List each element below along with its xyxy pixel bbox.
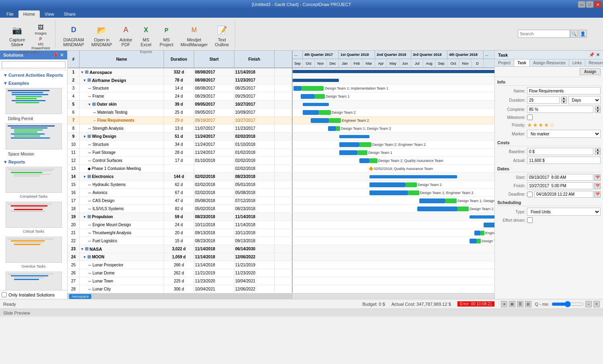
thumbnail-overdue[interactable]	[6, 237, 62, 263]
baseline-up[interactable]: ▲	[595, 148, 601, 151]
only-installed-checkbox[interactable]	[2, 292, 7, 297]
examples-title[interactable]: ▼ Examples	[2, 80, 66, 86]
view-btn-3[interactable]: ☰	[517, 301, 523, 307]
table-row[interactable]: 15 ↔Hydraulic Systems 62 d 02/02/2018 05…	[68, 181, 494, 189]
thumbnail-critical[interactable]	[6, 202, 62, 228]
text-outline-button[interactable]: 📝 TextOutline	[212, 22, 232, 49]
diagram-button[interactable]: D DIAGRAMMINDMAP	[60, 22, 87, 49]
close-button[interactable]: ✕	[594, 1, 601, 8]
current-activities-title[interactable]: ▼ Current Activities Reports	[2, 72, 66, 78]
maximize-button[interactable]: □	[586, 1, 593, 8]
table-row[interactable]: 27 ↔Lunar Town 225 d 11/23/2020 10/04/20…	[68, 277, 494, 285]
expand-icon[interactable]: ▼	[80, 70, 84, 74]
task-panel-pin-button[interactable]: 📌	[589, 52, 595, 57]
table-row[interactable]: 28 ↔Lunar City 306 d 10/04/2021 12/06/20…	[68, 285, 494, 293]
finish-calendar-btn[interactable]: 📅	[594, 183, 601, 189]
horizontal-scrollbar[interactable]: Aerospace	[68, 293, 494, 299]
table-row[interactable]: 16 ↔Avionics 67 d 02/02/2018 05/08/2018 …	[68, 189, 494, 197]
actual-input[interactable]	[527, 157, 601, 164]
thumbnail-inprogress[interactable]	[6, 272, 62, 290]
complete-down[interactable]: ▼	[595, 109, 601, 113]
table-row[interactable]: 18 ↔ILS/VLS Systems 82 d 05/02/2018 08/2…	[68, 205, 494, 213]
account-button[interactable]: 👤	[579, 30, 587, 38]
table-row[interactable]: 9 ▼ ⊞ Wing Design 51 d 11/24/2017 02/02/…	[68, 133, 494, 141]
complete-up[interactable]: ▲	[595, 106, 601, 109]
finish-date-input[interactable]	[527, 182, 593, 189]
expand-icon[interactable]: ▼	[83, 255, 86, 259]
deadline-date-input[interactable]	[534, 191, 593, 198]
tab-view[interactable]: View	[40, 10, 59, 18]
tab-assign-resources[interactable]: Assign Resources	[530, 59, 569, 66]
minimize-button[interactable]: —	[578, 1, 585, 8]
table-row[interactable]: 7 ↔Flow Requirements 29 d 09/19/2017 10/…	[68, 117, 494, 125]
table-row[interactable]: 10 ↔Structure 34 d 11/24/2017 01/10/2018…	[68, 141, 494, 149]
deadline-checkbox[interactable]	[527, 192, 533, 197]
table-row[interactable]: 2 ▼ ⊞ Airframe Design 78 d 08/08/2017 11…	[68, 76, 494, 84]
table-row[interactable]: 22 ↔Fuel Logistics 15 d 08/23/2018 09/13…	[68, 237, 494, 245]
adobe-pdf-button[interactable]: A AdobePDF	[117, 22, 135, 49]
milestone-checkbox[interactable]	[527, 115, 533, 120]
thumbnail-space-mission[interactable]	[6, 123, 62, 149]
ribbon-search-input[interactable]	[518, 30, 570, 38]
sidebar-pin-button[interactable]: 📌	[52, 52, 58, 58]
view-btn-4[interactable]: ⊟	[525, 301, 531, 307]
table-row[interactable]: 24 ▼ ⊞ MOON 1,059 d 11/14/2018 12/06/202…	[68, 253, 494, 261]
mindmanager-button[interactable]: M MindjetMindManager	[178, 22, 210, 49]
sidebar-item-drilling[interactable]: Drilling Permit	[2, 116, 66, 122]
table-row[interactable]: 17 ↔CAS Design 47 d 05/08/2018 07/12/201…	[68, 197, 494, 205]
tab-file[interactable]: File	[2, 10, 18, 18]
table-row[interactable]: 11 ↔Fuel Storage 28 d 11/24/2017 01/02/2…	[68, 149, 494, 157]
sidebar-item-space-mission[interactable]: Space Mission	[2, 151, 66, 157]
table-row[interactable]: 26 ↔Lunar Dome 262 d 11/21/2019 11/23/20…	[68, 269, 494, 277]
expand-icon[interactable]: ▼	[83, 215, 86, 219]
zoom-in-btn[interactable]: +	[593, 301, 600, 307]
table-row[interactable]: 1 ▼ ⊞ Aerospace 332 d 08/08/2017 11/14/2…	[68, 68, 494, 76]
tab-links[interactable]: Links	[569, 59, 585, 66]
sidebar-close-button[interactable]: ✕	[60, 52, 64, 58]
effort-checkbox[interactable]	[527, 217, 533, 223]
sidebar-search-input[interactable]	[2, 61, 66, 68]
tab-task[interactable]: Task	[514, 59, 530, 66]
name-input[interactable]	[527, 87, 601, 94]
view-btn-2[interactable]: ⊞	[509, 301, 515, 307]
type-dropdown[interactable]: Fixed Units Fixed Duration Fixed Work	[527, 208, 601, 216]
tab-home[interactable]: Home	[18, 10, 40, 18]
images-button[interactable]: 🖼 Images	[29, 23, 52, 35]
assign-button[interactable]: Assign	[580, 68, 601, 75]
duration-up[interactable]: ▲	[561, 96, 567, 100]
tab-share[interactable]: Share	[59, 10, 80, 18]
complete-input[interactable]	[527, 106, 593, 113]
start-date-input[interactable]	[527, 174, 593, 181]
ms-excel-button[interactable]: X MSExcel	[137, 22, 155, 49]
priority-stars[interactable]: ★★★★☆	[527, 122, 555, 128]
search-button[interactable]: 🔍	[570, 30, 578, 38]
table-row[interactable]: 21 ↔Thrustweight Analysis 20 d 09/13/201…	[68, 229, 494, 237]
duration-unit-dropdown[interactable]: Days Hours Weeks	[568, 96, 601, 104]
table-row[interactable]: 25 ↔Lunar Prospector 266 d 11/14/2018 11…	[68, 261, 494, 269]
zoom-slider[interactable]	[552, 301, 584, 307]
table-row[interactable]: 19 ▼ ⊞ Propulsion 59 d 08/23/2018 11/14/…	[68, 213, 494, 221]
expand-icon[interactable]: ▼	[88, 102, 91, 106]
aerospace-tab[interactable]: Aerospace	[69, 294, 91, 299]
deadline-calendar-btn[interactable]: 📅	[594, 191, 601, 198]
duration-down[interactable]: ▼	[561, 100, 567, 104]
expand-icon[interactable]: ▼	[83, 175, 86, 179]
ms-powerpoint-button[interactable]: P MSPowerPoint	[29, 36, 52, 48]
start-calendar-btn[interactable]: 📅	[594, 174, 601, 181]
marker-dropdown[interactable]: No marker	[527, 130, 601, 138]
table-row[interactable]: 5 ▼ ⊞ Outer skin 39 d 09/05/2017 10/27/2…	[68, 100, 494, 108]
expand-icon[interactable]: ▼	[83, 135, 86, 139]
table-row[interactable]: 6 ↔Materials Testing 25 d 09/05/2017 10/…	[68, 108, 494, 117]
thumbnail-completed[interactable]	[6, 167, 62, 193]
table-row[interactable]: 13 ◆Phase 1 Conlusion Meeting 02/02/2018…	[68, 165, 494, 173]
baseline-down[interactable]: ▼	[595, 151, 601, 155]
thumbnail-generic[interactable]	[6, 88, 62, 114]
table-row[interactable]: 23 ▼ ⊞ NASA 3,022 d 11/14/2018 06/14/203…	[68, 245, 494, 253]
baseline-input[interactable]	[527, 148, 593, 155]
reports-title[interactable]: ▼ Reports	[2, 159, 66, 165]
expand-icon[interactable]: ▼	[80, 247, 84, 251]
tab-resource[interactable]: Resource	[585, 59, 603, 66]
duration-input[interactable]	[527, 96, 560, 104]
open-mindmap-button[interactable]: 📂 Open inMINDMAP	[88, 22, 115, 49]
table-row[interactable]: 14 ▼ ⊞ Electronics 144 d 02/02/2018 08/2…	[68, 173, 494, 181]
